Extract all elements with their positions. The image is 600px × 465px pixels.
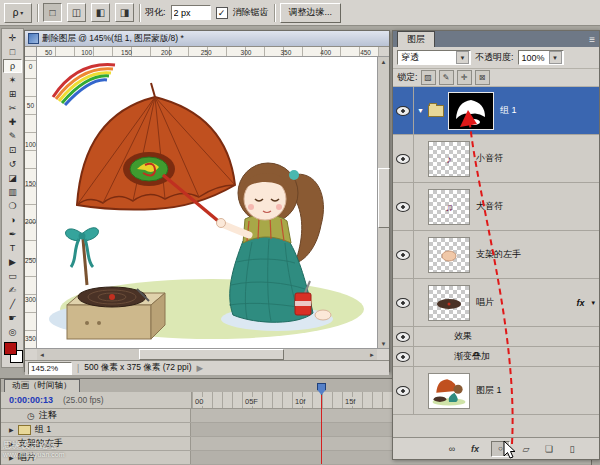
blend-mode-select[interactable]: 穿透 ▼ [397, 50, 471, 65]
divider: | [77, 363, 79, 373]
horizontal-scrollbar[interactable]: ◄ ► [37, 349, 377, 360]
layer-thumbnail[interactable]: ♪ [428, 141, 470, 177]
slice-tool[interactable]: ✂ [3, 101, 22, 115]
lock-image-button[interactable]: ✎ [439, 70, 454, 85]
eraser-tool[interactable]: ◪ [3, 171, 22, 185]
lasso-tool[interactable]: ρ [3, 59, 22, 73]
clone-stamp-tool[interactable]: ⊡ [3, 143, 22, 157]
vertical-scrollbar[interactable]: ▲ ▼ [377, 57, 389, 348]
group-layer-mask-thumbnail[interactable] [448, 92, 494, 130]
hand-tool[interactable]: ☛ [3, 311, 22, 325]
layer-name[interactable]: 小音符 [476, 152, 503, 165]
type-tool[interactable]: T [3, 241, 22, 255]
layer-thumbnail[interactable] [428, 285, 470, 321]
antialias-checkbox[interactable]: ✓ [216, 7, 228, 19]
layer-name[interactable]: 组 1 [500, 104, 517, 117]
document-canvas[interactable] [37, 57, 377, 348]
horizontal-scroll-thumb[interactable] [139, 349, 284, 360]
vertical-scroll-thumb[interactable] [378, 168, 390, 228]
document-title-bar[interactable]: 删除图层 @ 145%(组 1, 图层蒙版/8) * [25, 31, 389, 47]
history-brush-tool[interactable]: ↺ [3, 157, 22, 171]
blur-tool[interactable]: ❍ [3, 199, 22, 213]
visibility-toggle[interactable] [393, 183, 414, 230]
add-layer-mask-button[interactable]: ○ [491, 441, 510, 457]
layer-thumbnail[interactable]: ♫ [428, 189, 470, 225]
intersect-selection-button[interactable]: ◨ [115, 3, 134, 22]
scroll-left-icon[interactable]: ◄ [39, 352, 45, 358]
layer-thumbnail[interactable] [428, 373, 470, 409]
intersect-selection-icon: ◨ [120, 7, 129, 18]
lock-transparency-button[interactable]: ▨ [421, 70, 436, 85]
scroll-up-icon[interactable]: ▲ [378, 57, 389, 66]
expand-triangle-icon[interactable]: ▶ [9, 426, 14, 433]
magic-wand-tool[interactable]: ✶ [3, 73, 22, 87]
shape-tool[interactable]: ▭ [3, 269, 22, 283]
effects-label[interactable]: 效果 [454, 330, 472, 343]
rectangular-marquee-tool[interactable]: □ [3, 45, 22, 59]
healing-brush-tool[interactable]: ✚ [3, 115, 22, 129]
visibility-toggle[interactable] [393, 231, 414, 278]
layer-row-left-hand[interactable]: 支架的左手 [393, 231, 599, 279]
layer-row-small-note[interactable]: ♪ 小音符 [393, 135, 599, 183]
new-selection-icon: □ [49, 7, 55, 18]
move-tool[interactable]: ✛ [3, 31, 22, 45]
stopwatch-icon[interactable]: ◷ [27, 411, 35, 421]
layer-name[interactable]: 唱片 [476, 296, 494, 309]
layer-row-gradient-overlay[interactable]: 渐变叠加 [393, 347, 599, 367]
pen-tool[interactable]: ✒ [3, 227, 22, 241]
visibility-toggle[interactable] [393, 279, 414, 326]
layer-name[interactable]: 图层 1 [476, 384, 502, 397]
zoom-tool[interactable]: ◎ [3, 325, 22, 339]
foreground-color-swatch[interactable] [4, 342, 17, 355]
layer-row-layer1[interactable]: 图层 1 [393, 367, 599, 415]
gradient-tool[interactable]: ▥ [3, 185, 22, 199]
lock-position-button[interactable]: ✛ [457, 70, 472, 85]
layer-row-group1[interactable]: ▼ 组 1 [393, 87, 599, 135]
layer-row-record[interactable]: 唱片 fx ▾ [393, 279, 599, 327]
add-layer-style-button[interactable]: fx [468, 442, 482, 456]
zoom-level-field[interactable]: 145.2% [28, 362, 72, 375]
expand-triangle-icon[interactable]: ▼ [417, 107, 424, 114]
refine-edge-button[interactable]: 调整边缘... [280, 3, 342, 23]
delete-layer-button[interactable]: ▯ [565, 442, 579, 456]
layer-fx-badge[interactable]: fx [576, 298, 584, 308]
fx-expand-icon[interactable]: ▾ [591, 299, 595, 307]
crop-tool[interactable]: ⊞ [3, 87, 22, 101]
dodge-tool[interactable]: ◑ [3, 213, 22, 227]
lock-all-button[interactable]: ⊠ [475, 70, 490, 85]
visibility-toggle[interactable] [393, 327, 414, 346]
layer-name[interactable]: 支架的左手 [476, 248, 521, 261]
new-layer-button[interactable]: ❏ [542, 442, 556, 456]
path-selection-tool[interactable]: ▶ [3, 255, 22, 269]
subtract-from-selection-button[interactable]: ◧ [91, 3, 110, 22]
layer-thumbnail[interactable] [428, 237, 470, 273]
rainbow [53, 65, 115, 105]
top-ruler: 50 100 150 200 250 300 350 400 450 [37, 47, 379, 57]
tab-layers[interactable]: 图层 [397, 31, 435, 47]
tab-animation-timeline[interactable]: 动画（时间轴） [4, 379, 80, 392]
status-menu-icon[interactable]: ▶ [196, 363, 203, 373]
opacity-select[interactable]: 100% ▼ [518, 50, 564, 65]
add-to-selection-button[interactable]: ◫ [67, 3, 86, 22]
visibility-toggle[interactable] [393, 347, 414, 366]
panel-menu-icon[interactable]: ≡ [589, 34, 595, 47]
scroll-right-icon[interactable]: ► [369, 352, 375, 358]
current-time-display[interactable]: 0:00:00:13 [9, 395, 53, 405]
layer-row-effects[interactable]: 效果 [393, 327, 599, 347]
tool-preset-picker[interactable]: ρ ▾ [4, 3, 32, 23]
brush-tool[interactable]: ✎ [3, 129, 22, 143]
link-layers-button[interactable]: ∞ [445, 442, 459, 456]
new-selection-button[interactable]: □ [43, 3, 62, 22]
opacity-label: 不透明度: [475, 51, 514, 64]
visibility-toggle[interactable] [393, 135, 414, 182]
visibility-toggle[interactable] [393, 87, 414, 134]
new-group-button[interactable]: ▱ [519, 442, 533, 456]
visibility-toggle[interactable] [393, 367, 414, 414]
scroll-down-icon[interactable]: ▼ [378, 339, 389, 348]
layer-row-big-note[interactable]: ♫ 大音符 [393, 183, 599, 231]
gradient-overlay-label[interactable]: 渐变叠加 [454, 350, 490, 363]
feather-input[interactable] [171, 5, 211, 20]
layer-name[interactable]: 大音符 [476, 200, 503, 213]
notes-tool[interactable]: ✍ [3, 283, 22, 297]
eyedropper-tool[interactable]: ╱ [3, 297, 22, 311]
